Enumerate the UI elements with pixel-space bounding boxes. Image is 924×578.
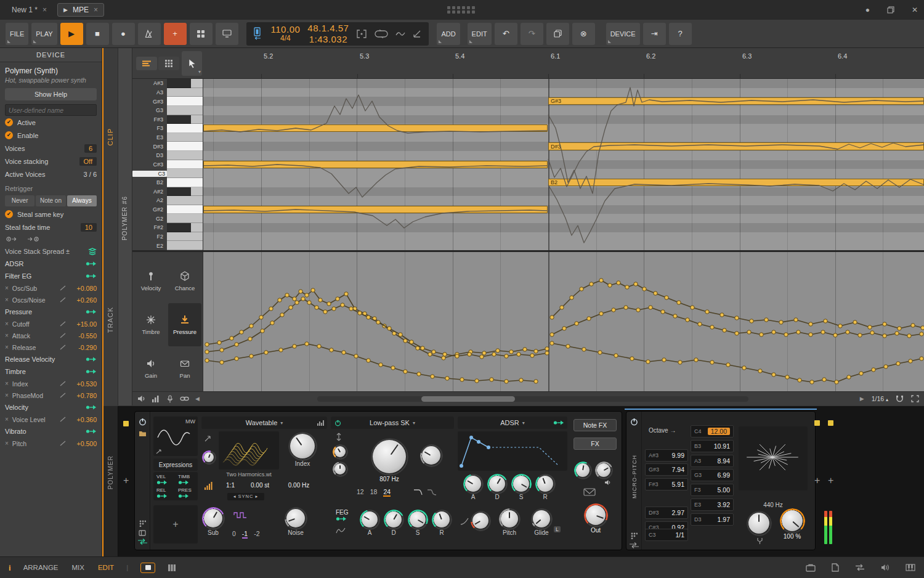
steal-fade-value[interactable]: 10 — [81, 223, 97, 232]
piano-key-A#3[interactable]: A#3 — [132, 79, 203, 88]
slope-curve2-icon[interactable] — [427, 488, 437, 495]
micropitch-value[interactable]: 2.97 — [672, 509, 684, 516]
groove-icon[interactable] — [395, 30, 405, 38]
expression-tab-velocity[interactable]: Velocity — [134, 259, 168, 303]
toggle-enable[interactable]: ✔Enable — [0, 129, 102, 142]
wavetable-browser-icon[interactable] — [317, 420, 324, 426]
statusbar-mix[interactable]: MIX — [72, 564, 84, 571]
osc-freq-offset[interactable]: 0.00 Hz — [280, 482, 317, 489]
field-value[interactable]: Off — [79, 157, 97, 166]
fx-send-knob[interactable] — [576, 463, 590, 477]
statusbar-edit[interactable]: EDIT — [98, 564, 114, 571]
pitch-knob[interactable] — [501, 510, 518, 527]
layered-view-button[interactable] — [136, 57, 157, 70]
sub-octave-minus2[interactable]: -2 — [254, 530, 259, 539]
filter-keytrack-icon[interactable] — [336, 433, 342, 441]
mod-source-filter-eg[interactable]: Filter EG — [0, 270, 102, 282]
play-button[interactable]: ▶ — [60, 23, 83, 45]
slope-24[interactable]: 24 — [383, 488, 391, 497]
filter-type-selector[interactable]: Low-pass SK▾ — [331, 417, 454, 429]
remove-target-icon[interactable]: × — [5, 344, 9, 351]
mix-knob[interactable] — [782, 510, 803, 531]
mod-source-vibrato[interactable]: Vibrato — [0, 425, 102, 438]
bend-curve-icon[interactable] — [460, 518, 469, 525]
tab-new1[interactable]: New 1 * × — [6, 4, 52, 16]
mod-amount-value[interactable]: +0.260 — [70, 296, 97, 304]
remove-target-icon[interactable]: × — [5, 416, 9, 423]
remove-target-icon[interactable]: × — [5, 440, 9, 447]
device-menu-button[interactable]: DEVICE — [606, 23, 640, 45]
micropitch-A3[interactable]: A38.94 — [691, 455, 734, 467]
preset-folder-icon[interactable] — [139, 430, 147, 437]
steal-same-key-row[interactable]: ✔ Steal same key — [0, 208, 102, 221]
slope-18[interactable]: 18 — [370, 488, 378, 497]
key-D#3[interactable] — [167, 142, 203, 151]
bend-range-knob[interactable] — [472, 513, 488, 529]
note-fx-tab[interactable]: Note FX — [573, 419, 617, 431]
piano-key-B2[interactable]: B2 — [132, 178, 203, 187]
expression-source-pres[interactable]: PRES — [176, 487, 197, 500]
micropitch-D#3[interactable]: D#32.97 — [645, 507, 688, 519]
voice-route-in-icon[interactable] — [27, 236, 39, 242]
redo-button[interactable]: ↷ — [521, 23, 543, 45]
piano-key-D#3[interactable]: D#3 — [132, 142, 203, 151]
note-grid[interactable]: G#3D#3B2 — [203, 79, 924, 250]
project-panel-icon[interactable] — [806, 564, 816, 572]
feg-d-knob[interactable] — [386, 511, 402, 527]
pitch-expression-curves[interactable] — [203, 79, 924, 250]
file-button[interactable]: FILE — [6, 23, 28, 45]
env-type-selector[interactable]: ADSR▾ — [458, 417, 567, 429]
duplicate-button[interactable] — [546, 23, 569, 45]
fill-icon[interactable] — [413, 29, 421, 39]
expression-tab-gain[interactable]: Gain — [134, 347, 168, 390]
remove-target-icon[interactable]: × — [5, 380, 9, 387]
micropitch-C4[interactable]: C412.00 — [691, 425, 734, 438]
index-knob[interactable] — [290, 434, 315, 458]
wavetable-file[interactable]: Two Harmonics.wt — [213, 471, 285, 478]
sub-knob[interactable] — [204, 509, 222, 527]
tempo-display[interactable]: 110.00 4/4 — [271, 24, 301, 43]
filter-cutoff-value[interactable]: 807 Hz — [373, 476, 406, 482]
scroll-right-icon[interactable]: ▶ — [860, 396, 864, 402]
filter-cutoff-knob[interactable] — [373, 440, 406, 473]
micropitch-F#3[interactable]: F#35.91 — [645, 478, 688, 490]
mod-target-row[interactable]: ×Index+0.530 — [0, 378, 102, 389]
checkbox-checked-icon[interactable]: ✔ — [5, 131, 13, 139]
micropitch-value[interactable]: 6.99 — [718, 471, 730, 479]
key-F#3[interactable] — [167, 115, 203, 124]
mod-amount-value[interactable]: +0.530 — [70, 380, 97, 388]
horizontal-scrollbar[interactable] — [317, 396, 748, 402]
statusbar-arrange[interactable]: ARRANGE — [23, 564, 59, 571]
slope-12[interactable]: 12 — [357, 488, 364, 497]
add-device-button[interactable]: + — [123, 475, 129, 486]
help-button[interactable]: ? — [669, 23, 692, 45]
retrigger-option-always[interactable]: Always — [67, 195, 97, 206]
reference-pitch[interactable]: 440 Hz — [747, 502, 799, 508]
edit-menu-button[interactable]: EDIT — [468, 23, 492, 45]
retrigger-option-note-on[interactable]: Note on — [36, 195, 65, 206]
key-F3[interactable] — [167, 124, 203, 133]
micropitch-value[interactable]: 1/1 — [675, 531, 684, 539]
feg-a-knob[interactable] — [362, 511, 378, 527]
audio-engine-icon[interactable] — [881, 564, 890, 571]
wavetable-display[interactable] — [219, 431, 279, 470]
mod-source-velocity[interactable]: Velocity — [0, 401, 102, 413]
osc-ratio[interactable]: 1:1 — [221, 482, 240, 489]
sub-octave-minus1[interactable]: -1 — [242, 530, 248, 539]
micropitch-value[interactable]: 1.97 — [718, 516, 730, 523]
micropitch-value[interactable]: 7.94 — [672, 466, 684, 473]
noise-knob[interactable] — [286, 509, 305, 527]
audition-icon[interactable] — [137, 395, 145, 402]
metronome-button[interactable] — [138, 23, 161, 45]
mappings-panel-icon[interactable] — [855, 564, 865, 571]
retrigger-option-never[interactable]: Never — [5, 195, 34, 206]
monitor-speaker-icon[interactable] — [604, 479, 611, 486]
key-G#3[interactable] — [167, 97, 203, 106]
undo-button[interactable]: ↶ — [495, 23, 517, 45]
modulation-routes-icon[interactable] — [629, 542, 639, 548]
timeline-ruler[interactable]: 5.25.35.46.16.26.36.4 — [203, 48, 924, 79]
delete-button[interactable]: ⊗ — [572, 23, 595, 45]
add-oscillator-button[interactable]: + — [153, 505, 198, 543]
tab-mpe[interactable]: ▶ MPE × — [57, 3, 104, 17]
expressions-header[interactable]: Expressions — [153, 458, 198, 471]
